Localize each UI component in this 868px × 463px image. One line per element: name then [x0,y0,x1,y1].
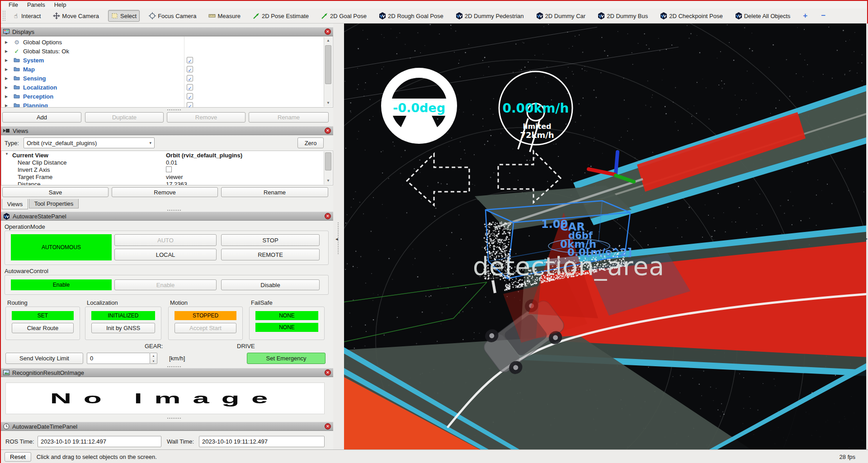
tool-delete-all-objects[interactable]: Delete All Objects [732,10,794,22]
displays-scrollbar[interactable]: ▲ ▼ [324,37,332,107]
accept-start-button[interactable]: Accept Start [175,323,236,333]
spin-up-icon[interactable]: ▲ [150,353,157,359]
autonomous-status[interactable]: AUTONOMOUS [11,234,112,260]
view-properties[interactable]: ▼ Current View Orbit (rviz_default_plugi… [1,151,333,185]
close-icon[interactable]: ✕ [325,213,331,219]
3d-viewport[interactable]: 1.00 CAR d6bf 0km/h 0.0[m/s^2] detection… [344,24,866,449]
checkbox-map[interactable]: ✓ [187,66,193,72]
datetime-panel-header[interactable]: AutowareDateTimePanel ✕ [1,422,333,431]
remove-display-button[interactable]: Remove [167,112,245,123]
recognition-panel-header[interactable]: RecognitionResultOnImage ✕ [1,368,333,377]
displays-panel-header[interactable]: Displays ✕ [1,27,333,36]
close-icon[interactable]: ✕ [325,128,331,134]
view-type-combo[interactable]: Orbit (rviz_default_plugins) ▾ [24,137,155,148]
toolbar-drag-handle[interactable] [3,11,5,21]
autoware-state-panel-header[interactable]: AutowareStatePanel ✕ [1,212,333,221]
tool-2d-checkpoint-pose[interactable]: 2D Checkpoint Pose [657,10,726,22]
reset-button[interactable]: Reset [5,452,31,462]
set-emergency-button[interactable]: Set Emergency [247,353,326,364]
tree-row-system[interactable]: ▶ System [1,56,318,65]
views-scrollbar[interactable]: ▼ [324,151,332,184]
checkbox-sensing[interactable]: ✓ [187,75,193,81]
expand-icon[interactable]: ▶ [5,58,9,62]
tool-measure[interactable]: Measure [205,10,244,22]
scroll-up-icon[interactable]: ▲ [324,37,332,44]
tool-2d-rough-goal-pose[interactable]: 2D Rough Goal Pose [376,10,447,22]
zero-button[interactable]: Zero [297,137,324,148]
velocity-limit-input[interactable] [87,353,150,364]
prop-row-current-view[interactable]: ▼ Current View Orbit (rviz_default_plugi… [1,152,323,159]
invert-z-checkbox[interactable] [166,166,172,172]
tree-row-planning[interactable]: ▶ Planning [1,101,318,108]
tree-row-global-status[interactable]: ▶ ✓ Global Status: Ok [1,47,318,56]
stop-button[interactable]: STOP [221,234,320,246]
enable-status[interactable]: Enable [11,279,112,290]
expand-icon[interactable]: ▶ [5,94,9,99]
clear-route-button[interactable]: Clear Route [12,323,74,333]
menu-file[interactable]: File [5,1,22,9]
tool-interact[interactable]: ☝ Interact [9,10,44,22]
disable-button[interactable]: Disable [221,279,320,290]
tab-tool-properties[interactable]: Tool Properties [29,199,79,208]
rename-view-button[interactable]: Rename [221,187,328,197]
tree-row-sensing[interactable]: ▶ Sensing [1,74,318,83]
expand-icon[interactable]: ▶ [5,40,9,44]
tree-row-global-options[interactable]: ▶ ⚙ Global Options [1,38,318,47]
send-velocity-limit-button[interactable]: Send Velocity Limit [5,353,83,364]
scrollbar-thumb[interactable] [325,152,331,170]
ros-time-field[interactable] [38,436,161,447]
tool-2d-goal-pose[interactable]: 2D Goal Pose [318,10,370,22]
expand-icon[interactable]: ▶ [5,76,9,80]
expand-icon[interactable]: ▶ [5,104,9,108]
tool-2d-dummy-pedestrian[interactable]: 2D Dummy Pedestrian [453,10,527,22]
checkbox-planning[interactable]: ✓ [187,102,193,108]
splitter-handle[interactable] [167,109,181,110]
prop-row-target-frame[interactable]: Target Frame viewer [1,174,323,181]
save-view-button[interactable]: Save [2,187,108,197]
add-display-button[interactable]: Add [2,112,81,123]
local-button[interactable]: LOCAL [114,249,217,260]
init-by-gnss-button[interactable]: Init by GNSS [91,323,155,333]
collapse-left-icon[interactable]: ◂ [335,236,338,242]
spin-down-icon[interactable]: ▼ [150,359,157,364]
displays-tree[interactable]: ▶ ⚙ Global Options ▶ ✓ Global Status: Ok… [1,36,333,108]
scroll-down-icon[interactable]: ▼ [324,177,332,184]
remote-button[interactable]: REMOTE [221,249,320,260]
close-icon[interactable]: ✕ [325,369,331,376]
checkbox-localization[interactable]: ✓ [187,84,193,90]
tool-focus-camera[interactable]: Focus Camera [146,10,199,22]
expand-icon[interactable]: ▶ [5,85,9,90]
checkbox-system[interactable]: ✓ [187,57,193,63]
wall-time-field[interactable] [199,436,325,447]
rename-display-button[interactable]: Rename [249,112,329,123]
close-icon[interactable]: ✕ [325,28,331,35]
menu-help[interactable]: Help [50,1,71,9]
velocity-spinner[interactable]: ▲ ▼ [150,353,157,364]
collapse-icon[interactable]: ▼ [5,152,9,159]
duplicate-display-button[interactable]: Duplicate [85,112,164,123]
auto-button[interactable]: AUTO [114,234,217,246]
right-dock-edge[interactable]: ▸ [866,24,868,449]
tool-2d-dummy-bus[interactable]: 2D Dummy Bus [594,10,651,22]
tree-row-map[interactable]: ▶ Map [1,65,318,74]
tree-row-localization[interactable]: ▶ Localization [1,83,318,92]
tree-row-perception[interactable]: ▶ Perception [1,92,318,101]
tool-2d-pose-estimate[interactable]: 2D Pose Estimate [250,10,312,22]
scroll-down-icon[interactable]: ▼ [324,99,332,107]
dock-splitter[interactable]: ◂ [333,24,344,449]
splitter-handle[interactable] [167,366,181,367]
close-icon[interactable]: ✕ [325,423,331,430]
expand-icon[interactable]: ▶ [5,49,9,53]
prop-row-distance[interactable]: Distance 17.2363 [1,181,323,185]
scrollbar-thumb[interactable] [325,45,331,84]
remove-view-button[interactable]: Remove [112,187,218,197]
splitter-handle[interactable] [167,210,181,211]
menu-panels[interactable]: Panels [23,1,49,9]
tool-move-camera[interactable]: Move Camera [50,10,102,22]
prop-row-invert-z[interactable]: Invert Z Axis [1,166,323,174]
expand-icon[interactable]: ▶ [5,67,9,71]
tool-select[interactable]: Select [108,10,140,22]
prop-row-near-clip[interactable]: Near Clip Distance 0.01 [1,159,323,166]
enable-button[interactable]: Enable [114,279,217,290]
tool-2d-dummy-car[interactable]: 2D Dummy Car [533,10,589,22]
